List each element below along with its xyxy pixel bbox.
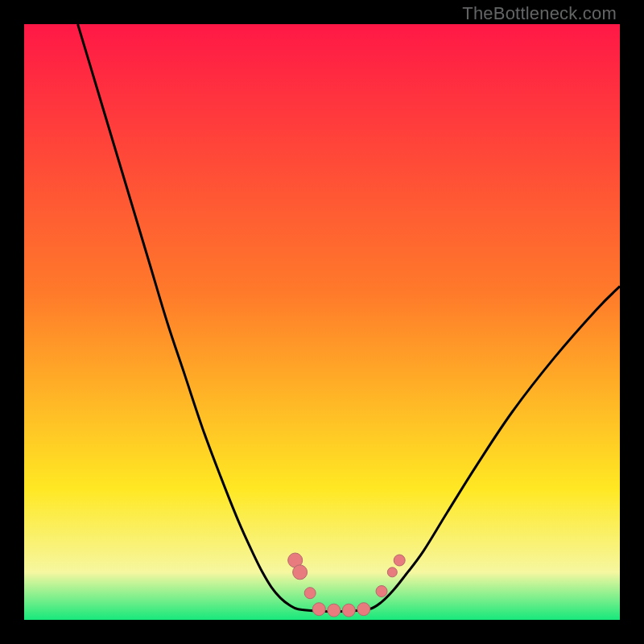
m-right-2: [387, 568, 397, 577]
m-floor-1: [312, 603, 325, 616]
m-floor-3: [342, 604, 355, 617]
watermark-text: TheBottleneck.com: [462, 3, 617, 24]
chart-frame: TheBottleneck.com: [0, 0, 644, 644]
m-right-3: [394, 555, 405, 566]
gradient-background: [24, 24, 620, 620]
m-left-3: [304, 588, 316, 599]
m-left-2: [293, 565, 308, 580]
plot-svg: [24, 24, 620, 620]
m-floor-2: [328, 604, 341, 617]
m-floor-4: [357, 603, 370, 616]
plot-area: [24, 24, 620, 620]
m-right-1: [376, 585, 387, 597]
